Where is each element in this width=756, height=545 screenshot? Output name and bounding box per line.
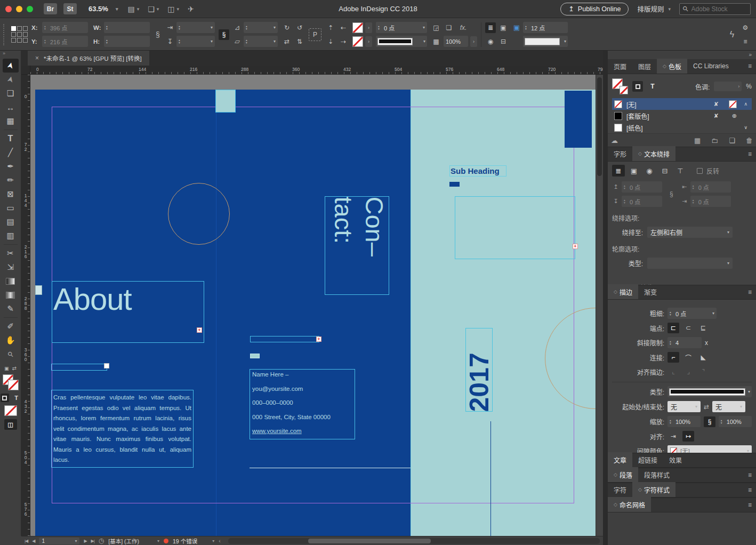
tab-text-wrap[interactable]: ◇ 文本绕排 [632,146,675,161]
error-count[interactable]: 19 个错误 [173,537,197,545]
no-text-wrap-button[interactable]: ≣ [485,22,496,33]
adobe-stock-search[interactable]: ⚲ [679,3,751,15]
gpu-performance-icon[interactable]: ϟ [728,30,736,39]
ruler-origin[interactable] [21,66,30,75]
contact-rotated-frame[interactable]: Con– tact: [325,196,389,295]
last-page-button[interactable]: ▶| [91,539,94,543]
panel-cycle-icon[interactable]: ◇ [614,289,617,294]
chevron-down-icon[interactable]: ▾ [75,539,77,543]
frame-handle[interactable] [104,363,109,368]
align-center-button[interactable]: ⌞ [667,366,679,377]
h-field[interactable] [104,36,150,47]
scroll-down-icon[interactable]: ∨ [744,125,747,130]
pen-tool[interactable]: ✒ [3,159,19,173]
scissors-tool[interactable]: ✂ [3,246,19,260]
stroke-color-swatch[interactable] [352,36,363,47]
share-button[interactable]: ✈ [188,5,194,13]
projecting-cap-button[interactable]: ⊑ [697,323,709,333]
round-cap-button[interactable]: ⊂ [682,323,694,333]
scroll-up-icon[interactable]: ∧ [744,101,747,107]
close-window-button[interactable] [5,6,12,12]
tab-effects[interactable]: 效果 [663,452,688,467]
stroke-weight-field[interactable]: 0 点 [376,22,427,33]
panel-drag-handle[interactable] [3,24,6,45]
blue-rectangle-top-right[interactable] [565,91,592,148]
scale-x-field[interactable] [176,22,215,33]
zoom-tool[interactable]: ⚲ [3,347,19,361]
scroll-left-icon[interactable]: ‹ [219,538,221,544]
hand-tool[interactable]: ✋ [3,333,19,347]
x-field[interactable]: 396 点 [42,22,88,33]
fill-flyout-button[interactable]: › [365,22,372,33]
vertical-grid-tool[interactable]: ▥ [3,229,19,243]
adobe-stock-input[interactable] [691,5,741,13]
panel-menu-icon[interactable]: ≡ [748,150,752,158]
year-rotated-frame[interactable]: 2017 [465,328,493,412]
gradient-swatch-tool[interactable] [3,274,19,288]
new-color-group-icon[interactable]: 🗀 [711,137,718,145]
type-tool[interactable]: T [3,132,19,146]
overset-indicator[interactable]: + [573,244,578,249]
jump-next-column-button[interactable]: ⊤ [674,165,687,177]
select-container-button[interactable]: P [309,28,321,41]
chevron-down-icon[interactable]: ▾ [157,539,159,543]
tab-named-grids[interactable]: ◇ 命名网格 [608,497,651,512]
panel-menu-icon[interactable]: ≡ [748,471,752,479]
offset-right-field[interactable]: 0 点 [690,196,731,207]
horizontal-scrollbar-thumb[interactable] [308,539,431,543]
empty-text-frame-3[interactable]: + [455,196,575,259]
tab-hyperlinks[interactable]: 超链接 [632,452,663,467]
tab-pages[interactable]: 页面 [608,59,632,74]
swatch-row-registration[interactable]: [套版色] ✘ ⊕ [612,110,752,122]
about-text-frame[interactable]: About + [52,281,204,343]
chevron-down-icon[interactable]: ▾ [116,6,118,12]
first-page-button[interactable]: |◀ [25,539,28,543]
vertical-rule[interactable] [490,421,491,536]
tab-cc-libraries[interactable]: CC Libraries [687,59,735,74]
scale-end-field[interactable]: 100% [719,416,752,427]
offset-bottom-field[interactable]: 0 点 [622,196,662,207]
jump-object-button[interactable]: ⊟ [658,165,671,177]
rotate-ccw-button[interactable]: ↺ [294,22,305,33]
jump-object-button[interactable]: ⊟ [498,36,509,47]
tab-gradient[interactable]: 渐变 [638,284,663,299]
wrap-bounding-box-button[interactable]: ▣ [498,22,509,33]
empty-text-frame-1[interactable] [51,364,107,371]
affects-text-button[interactable]: T [647,81,658,92]
horizontal-rule[interactable] [250,468,411,468]
overset-indicator[interactable]: + [197,327,202,333]
cyan-rectangle-top[interactable] [215,90,236,113]
maximize-window-button[interactable] [27,6,33,12]
minimize-window-button[interactable] [16,6,22,12]
horizontal-ruler[interactable]: 072 144216 288360 432504 576648 720792 [30,66,603,75]
tab-swatches[interactable]: ◇ 色板 [657,59,687,74]
circle-shape-left[interactable] [168,183,230,245]
tab-glyphs[interactable]: 字形 [608,146,632,161]
rotate-cw-button[interactable]: ↻ [282,22,292,33]
text-thread-inport[interactable] [35,285,42,295]
tab-paragraph[interactable]: ◇ 段落 [608,467,638,482]
w-field[interactable] [104,22,150,33]
panel-cycle-icon[interactable]: ◇ [663,63,666,69]
preflight-icon[interactable]: ◷ [99,537,104,544]
no-wrap-button[interactable]: ≣ [612,165,625,177]
eyedropper-tool[interactable]: ✐ [3,319,19,333]
panel-menu-icon[interactable]: ≡ [748,486,752,494]
blue-small-rect[interactable] [449,182,460,187]
body-text-frame[interactable]: Cras pellentesque vulputate leo vitae da… [51,390,194,468]
panel-cycle-icon[interactable]: ◇ [638,151,642,156]
vertical-scrollbar-thumb[interactable] [597,77,602,176]
wrap-object-shape-button[interactable]: ◉ [643,165,656,177]
link-scale-button[interactable]: § [219,29,229,40]
cyan-small-rect[interactable] [250,354,260,358]
panel-cycle-icon[interactable]: ◇ [638,487,642,492]
offset-left-field[interactable]: 0 点 [690,181,731,193]
swap-fill-stroke-icon[interactable]: ⇄ [12,365,17,371]
effects-button[interactable]: fx. [456,24,470,31]
panel-menu-icon[interactable]: ≡ [748,288,752,296]
new-swatch-icon[interactable]: ❏ [729,137,735,145]
screen-mode-button[interactable]: ◫ ▾ [167,5,179,13]
swap-start-end-icon[interactable]: ⇄ [704,403,709,411]
panel-menu-icon[interactable]: ≡ [748,62,752,70]
page-number-field[interactable]: 1 ▾ [39,538,79,544]
